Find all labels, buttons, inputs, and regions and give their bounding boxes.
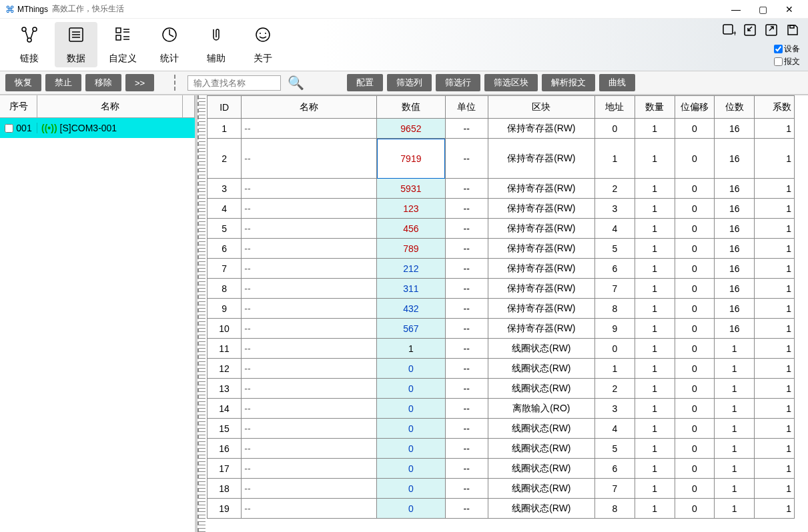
svg-line-3 <box>25 31 28 39</box>
table-row[interactable]: 7--212--保持寄存器(RW)610161 <box>208 259 795 279</box>
btn-恢复[interactable]: 恢复 <box>5 74 41 91</box>
table-row[interactable]: 1--9652--保持寄存器(RW)010161 <box>208 119 795 139</box>
value-cell[interactable]: 0 <box>377 459 446 479</box>
device-row[interactable]: 001((•))[S]COM3-001 <box>0 118 195 138</box>
toolbar-data[interactable]: 数据 <box>55 22 97 67</box>
svg-rect-23 <box>745 25 755 35</box>
toolbar-stats[interactable]: 统计 <box>148 22 191 67</box>
close-button[interactable]: ✕ <box>776 4 803 15</box>
add-panel-icon[interactable]: + <box>721 23 736 41</box>
main-toolbar: 链接数据自定义统计辅助关于 + 设备报文 <box>0 19 808 71</box>
about-icon <box>254 25 272 49</box>
value-cell[interactable]: 0 <box>377 379 446 399</box>
svg-rect-21 <box>723 25 733 34</box>
btn-筛选区块[interactable]: 筛选区块 <box>484 74 538 91</box>
data-icon <box>67 25 85 49</box>
device-checkbox[interactable] <box>5 124 13 133</box>
toolbar-custom[interactable]: 自定义 <box>101 22 144 67</box>
value-cell[interactable]: 0 <box>377 499 446 519</box>
value-cell[interactable]: 0 <box>377 439 446 459</box>
table-row[interactable]: 2--7919--保持寄存器(RW)110161 <box>208 139 795 179</box>
value-cell[interactable]: 0 <box>377 419 446 439</box>
value-cell[interactable]: 0 <box>377 479 446 499</box>
table-row[interactable]: 5--456--保持寄存器(RW)410161 <box>208 219 795 239</box>
btn-筛选行[interactable]: 筛选行 <box>436 74 480 91</box>
table-row[interactable]: 8--311--保持寄存器(RW)710161 <box>208 279 795 299</box>
col-header-3[interactable]: 单位 <box>445 96 488 119</box>
value-cell[interactable]: 5931 <box>377 179 446 199</box>
table-row[interactable]: 10--567--保持寄存器(RW)910161 <box>208 319 795 339</box>
minimize-button[interactable]: — <box>723 4 749 15</box>
table-row[interactable]: 9--432--保持寄存器(RW)810161 <box>208 299 795 319</box>
svg-point-19 <box>260 33 261 34</box>
export-icon[interactable] <box>764 23 779 41</box>
svg-text:+: + <box>733 29 736 37</box>
col-header-5[interactable]: 地址 <box>594 96 635 119</box>
btn-筛选列[interactable]: 筛选列 <box>387 74 432 91</box>
col-header-2[interactable]: 数值 <box>377 96 446 119</box>
device-header-name: 名称 <box>37 95 183 117</box>
value-cell[interactable]: 1 <box>377 339 446 359</box>
toolbar-about[interactable]: 关于 <box>242 22 284 67</box>
value-cell[interactable]: 7919 <box>377 139 446 179</box>
controls-row: 恢复禁止移除>> 🔍 配置筛选列筛选行筛选区块解析报文曲线 <box>0 71 808 95</box>
value-cell[interactable]: 456 <box>377 219 446 239</box>
register-pane: ID名称数值单位区块地址数量位偏移位数系数 1--9652--保持寄存器(RW)… <box>197 95 808 532</box>
stats-icon <box>160 25 179 49</box>
btn->>[interactable]: >> <box>125 74 154 91</box>
svg-rect-9 <box>116 28 121 33</box>
svg-point-20 <box>265 33 266 34</box>
col-header-7[interactable]: 位偏移 <box>675 96 715 119</box>
table-row[interactable]: 19--0--线圈状态(RW)81011 <box>208 499 795 519</box>
search-icon[interactable]: 🔍 <box>288 75 304 91</box>
table-row[interactable]: 17--0--线圈状态(RW)61011 <box>208 459 795 479</box>
table-row[interactable]: 18--0--线圈状态(RW)71011 <box>208 479 795 499</box>
value-cell[interactable]: 311 <box>377 279 446 299</box>
table-row[interactable]: 4--123--保持寄存器(RW)310161 <box>208 199 795 219</box>
value-cell[interactable]: 0 <box>377 399 446 419</box>
maximize-button[interactable]: ▢ <box>749 4 776 15</box>
splitter-handle[interactable] <box>199 95 206 532</box>
col-header-8[interactable]: 位数 <box>715 96 755 119</box>
value-cell[interactable]: 9652 <box>377 119 446 139</box>
signal-icon: ((•)) <box>41 123 57 133</box>
value-cell[interactable]: 123 <box>377 199 446 219</box>
table-row[interactable]: 16--0--线圈状态(RW)51011 <box>208 439 795 459</box>
connect-icon <box>20 25 39 49</box>
search-input[interactable] <box>187 75 281 91</box>
btn-禁止[interactable]: 禁止 <box>45 74 81 91</box>
table-row[interactable]: 6--789--保持寄存器(RW)510161 <box>208 239 795 259</box>
toolbar-connect[interactable]: 链接 <box>8 22 51 67</box>
table-row[interactable]: 13--0--线圈状态(RW)21011 <box>208 379 795 399</box>
btn-曲线[interactable]: 曲线 <box>599 74 635 91</box>
svg-line-17 <box>169 35 173 37</box>
value-cell[interactable]: 567 <box>377 319 446 339</box>
toolbar-assist[interactable]: 辅助 <box>195 22 238 67</box>
col-header-0[interactable]: ID <box>208 96 242 119</box>
import-icon[interactable] <box>743 23 757 41</box>
col-header-1[interactable]: 名称 <box>242 96 377 119</box>
value-cell[interactable]: 0 <box>377 359 446 379</box>
value-cell[interactable]: 432 <box>377 299 446 319</box>
btn-解析报文[interactable]: 解析报文 <box>542 74 595 91</box>
btn-配置[interactable]: 配置 <box>347 74 383 91</box>
col-header-4[interactable]: 区块 <box>488 96 594 119</box>
table-row[interactable]: 12--0--线圈状态(RW)11011 <box>208 359 795 379</box>
app-logo-icon: ⌘ <box>5 4 15 15</box>
col-header-9[interactable]: 系数 <box>755 96 795 119</box>
table-row[interactable]: 14--0--离散输入(RO)31011 <box>208 399 795 419</box>
value-cell[interactable]: 789 <box>377 239 446 259</box>
col-header-6[interactable]: 数量 <box>635 96 675 119</box>
check-设备[interactable]: 设备 <box>774 43 800 55</box>
table-row[interactable]: 3--5931--保持寄存器(RW)210161 <box>208 179 795 199</box>
save-icon[interactable] <box>785 23 800 41</box>
table-row[interactable]: 11--1--线圈状态(RW)01011 <box>208 339 795 359</box>
svg-point-18 <box>256 28 270 41</box>
table-row[interactable]: 15--0--线圈状态(RW)41011 <box>208 419 795 439</box>
btn-移除[interactable]: 移除 <box>85 74 121 91</box>
check-报文[interactable]: 报文 <box>774 56 800 67</box>
svg-rect-10 <box>116 35 121 40</box>
svg-rect-25 <box>790 25 794 28</box>
titlebar: ⌘ MThings 高效工作，快乐生活 — ▢ ✕ <box>0 0 808 19</box>
value-cell[interactable]: 212 <box>377 259 446 279</box>
